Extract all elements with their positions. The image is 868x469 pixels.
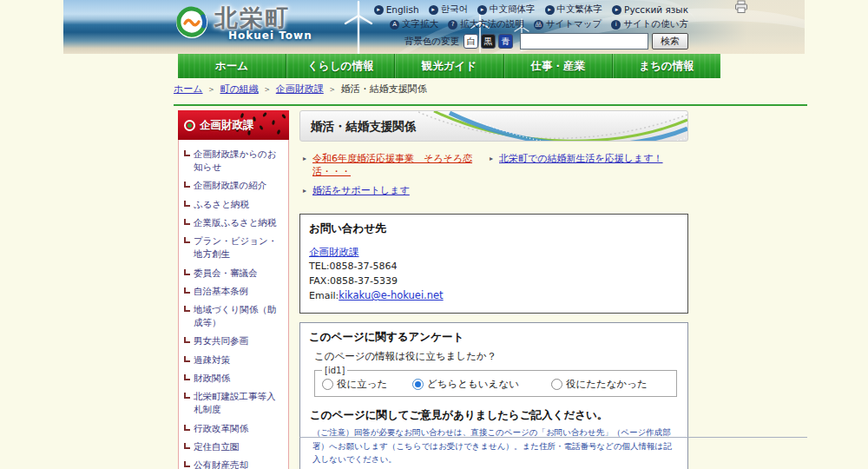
sidebar-item-link[interactable]: ふるさと納税 [194, 199, 249, 209]
quick-link-anchor[interactable]: 北栄町での結婚新生活を応援します！ [499, 153, 663, 164]
sidebar-item-link[interactable]: 過疎対策 [194, 354, 230, 365]
sidebar-header: 企画財政課 [178, 110, 289, 140]
sidebar-item-link[interactable]: 公有財産売却 [194, 459, 248, 469]
language-link[interactable]: ▸ English [374, 4, 419, 15]
section-bullet-icon [184, 120, 195, 131]
contact-tel: TEL:0858-37-5864 [309, 259, 679, 274]
quick-link-anchor[interactable]: 婚活をサポートします [312, 185, 410, 196]
triangle-bullet-icon: ▸ [303, 154, 306, 163]
survey-box: このページに関するアンケート このページの情報は役に立ちましたか？ [id1] … [299, 322, 688, 469]
sidebar-item: プラン・ビジョン・地方創生 [181, 232, 286, 263]
language-link[interactable]: ▸ Русский язык [612, 4, 688, 15]
tool-label: サイトの使い方 [623, 18, 688, 30]
sidebar-item-link[interactable]: プラン・ビジョン・地方創生 [194, 235, 277, 259]
help-icon: ? [448, 20, 457, 30]
sidebar-item: 北栄町建設工事等入札制度 [181, 387, 286, 419]
search-input[interactable] [520, 33, 648, 50]
survey-radio-option[interactable]: どちらともいえない [412, 378, 551, 391]
language-link[interactable]: ▸ 中文繁体字 [545, 3, 603, 16]
bg-change-label: 背景色の変更 [404, 36, 459, 48]
language-label: English [386, 4, 419, 15]
page-title-bar: 婚活・結婚支援関係 [299, 110, 688, 142]
breadcrumb-link-department[interactable]: 企画財政課 [276, 83, 324, 95]
sidebar-item-link[interactable]: 北栄町建設工事等入札制度 [194, 391, 276, 414]
tool-link[interactable]: i サイトの使い方 [611, 18, 688, 30]
sidebar-item-link[interactable]: 財政関係 [194, 373, 230, 383]
print-icon[interactable] [734, 0, 748, 14]
tool-link[interactable]: 品 サイトマップ [534, 18, 602, 30]
language-label: 中文簡体字 [490, 3, 536, 16]
radio-icon[interactable] [322, 379, 333, 390]
sidebar-item: 財政関係 [181, 369, 286, 387]
tool-label: 拡大方法の説明 [460, 18, 524, 30]
nav-item[interactable]: ホーム [178, 54, 286, 78]
sidebar-item-link[interactable]: 企画財政課の紹介 [194, 180, 266, 190]
main-content: 婚活・結婚支援関係 ▸ 令和6年度婚活応援事業 そろそろ恋活・・・ ▸ [299, 110, 688, 469]
contact-department-link[interactable]: 企画財政課 [309, 246, 359, 258]
sidebar-item-link[interactable]: 男女共同参画 [194, 335, 248, 346]
angle-bullet-icon [184, 269, 190, 275]
radio-label: どちらともいえない [427, 378, 519, 391]
bg-blue-button[interactable]: 青 [498, 34, 513, 49]
language-link[interactable]: ▸ 한국어 [429, 3, 469, 16]
site-logo[interactable]: 北栄町 Hokuei Town [174, 5, 312, 42]
accessibility-links-row: A 文字拡大 ? 拡大方法の説明 品 サイトマップ i [365, 18, 688, 30]
contact-email-link[interactable]: kikaku@e-hokuei.net [339, 289, 443, 301]
breadcrumb-link-home[interactable]: ホーム [174, 83, 203, 95]
sidebar-item-link[interactable]: 企業版ふるさと納税 [194, 217, 276, 228]
survey-radio-option[interactable]: 役にたたなかった [551, 378, 648, 391]
sidebar-item: 公有財産売却 [181, 456, 286, 469]
nav-item[interactable]: 仕事・産業 [503, 54, 612, 78]
bg-black-button[interactable]: 黒 [481, 34, 496, 49]
breadcrumb: ホーム＞町の組織＞企画財政課＞婚活・結婚支援関係 [174, 83, 807, 106]
sidebar-item: 定住自立圏 [181, 438, 286, 456]
angle-bullet-icon [184, 425, 190, 431]
sidebar-item: 行政改革関係 [181, 419, 286, 438]
sitemap-icon: 品 [534, 20, 543, 30]
breadcrumb-link-organization[interactable]: 町の組織 [220, 83, 259, 95]
fieldset-legend: [id1] [322, 366, 347, 375]
sidebar-item: 地域づくり関係（助成等） [181, 301, 286, 332]
radio-icon[interactable] [412, 379, 424, 390]
sidebar-item-link[interactable]: 行政改革関係 [194, 423, 248, 433]
sidebar-item-link[interactable]: 企画財政課からのお知らせ [194, 149, 276, 172]
nav-item[interactable]: 観光ガイド [394, 54, 503, 78]
angle-bullet-icon [184, 219, 190, 225]
sidebar-item-link[interactable]: 地域づくり関係（助成等） [194, 304, 276, 327]
contact-box: お問い合わせ先 企画財政課 TEL:0858-37-5864 FAX:0858-… [299, 214, 688, 314]
angle-bullet-icon [184, 393, 190, 399]
language-bullet-icon: ▸ [429, 5, 438, 15]
bg-white-button[interactable]: 白 [464, 34, 478, 49]
sidebar-item: 企画財政課からのお知らせ [181, 145, 286, 176]
sidebar-item-link[interactable]: 定住自立圏 [194, 441, 240, 452]
sidebar-item-link[interactable]: 自治基本条例 [194, 286, 248, 296]
quick-links-col2: ▸ 北栄町での結婚新生活を応援します！ [486, 149, 688, 202]
search-button[interactable]: 検索 [652, 33, 688, 50]
sidebar-item-link[interactable]: 委員会・審議会 [194, 268, 258, 278]
angle-bullet-icon [184, 337, 190, 343]
angle-bullet-icon [184, 356, 190, 362]
language-link[interactable]: ▸ 中文簡体字 [477, 3, 536, 16]
title-wave-decoration [418, 111, 687, 141]
tool-link[interactable]: A 文字拡大 [390, 18, 438, 30]
survey-radio-option[interactable]: 役に立った [322, 378, 412, 391]
quick-link: ▸ 北栄町での結婚新生活を応援します！ [490, 152, 688, 165]
nav-item[interactable]: まちの情報 [612, 54, 720, 78]
breadcrumb-separator: ＞ [328, 84, 337, 94]
contact-title: お問い合わせ先 [309, 221, 679, 236]
survey-fieldset: [id1] 役に立った どちらともいえない [314, 366, 677, 397]
quick-link-anchor[interactable]: 令和6年度婚活応援事業 そろそろ恋活・・・ [312, 153, 472, 177]
quick-links-col1: ▸ 令和6年度婚活応援事業 そろそろ恋活・・・ ▸ 婚活をサポートします [299, 149, 486, 202]
tool-label: サイトマップ [546, 18, 602, 30]
sidebar-item: 過疎対策 [181, 351, 286, 369]
angle-bullet-icon [184, 182, 190, 188]
angle-bullet-icon [184, 306, 190, 312]
tool-link[interactable]: ? 拡大方法の説明 [448, 18, 524, 30]
content-bottom-divider [299, 437, 807, 438]
angle-bullet-icon [184, 374, 190, 380]
site-subtitle: Hokuei Town [228, 30, 312, 42]
info-icon: i [611, 20, 621, 30]
radio-icon[interactable] [551, 379, 562, 390]
sidebar-item: 男女共同参画 [181, 332, 286, 350]
nav-item[interactable]: くらしの情報 [286, 54, 394, 78]
